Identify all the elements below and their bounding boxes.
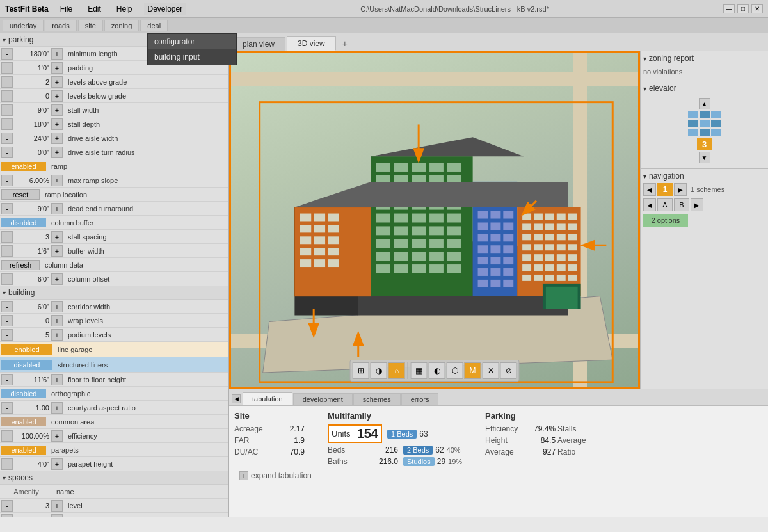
building-section-header[interactable]: ▾ building — [0, 286, 228, 300]
reset-btn-ramp-location[interactable]: reset — [1, 189, 40, 200]
nav-tab-roads[interactable]: roads — [45, 20, 77, 31]
line-garage-enabled-btn[interactable]: enabled — [1, 344, 52, 355]
tab-tabulation[interactable]: tabulation — [243, 392, 292, 405]
minus-btn-courtyard[interactable]: - — [1, 402, 13, 414]
plus-btn-minimum-length[interactable]: + — [51, 48, 63, 60]
tab-3d-view[interactable]: 3D view — [287, 36, 336, 51]
elevator-header[interactable]: ▾ elevator — [643, 84, 765, 93]
spaces-section-header[interactable]: ▾ spaces — [0, 471, 228, 485]
minus-btn-parapet-height[interactable]: - — [1, 458, 13, 470]
vt-grid-btn[interactable]: ⊞ — [353, 362, 369, 379]
elevator-up-btn[interactable]: ▲ — [699, 98, 710, 109]
status-column-buffer[interactable]: disabled — [1, 218, 46, 227]
minus-btn-minimum-length[interactable]: - — [1, 48, 13, 60]
minus-btn-wrap-levels[interactable]: - — [1, 315, 13, 326]
plus-btn-efficiency[interactable]: + — [51, 430, 63, 442]
plus-btn-level[interactable]: + — [51, 500, 63, 512]
plus-btn-levels-above[interactable]: + — [51, 76, 63, 88]
bottom-scroll-left[interactable]: ◀ — [232, 394, 241, 403]
tab-schemes[interactable]: schemes — [353, 393, 401, 405]
minus-btn-podium-levels[interactable]: - — [1, 329, 13, 341]
plus-btn-padding[interactable]: + — [51, 62, 63, 74]
param-row-parapets: enabled parapets — [0, 443, 228, 457]
nav-tab-zoning[interactable]: zoning — [104, 20, 139, 31]
minus-btn-column-offset[interactable]: - — [1, 273, 13, 285]
plus-btn-turn-radius[interactable]: + — [51, 147, 63, 158]
nav-tab-deal[interactable]: deal — [140, 20, 168, 31]
plus-btn-levels-tall[interactable]: + — [51, 514, 63, 517]
plus-btn-drive-aisle-width[interactable]: + — [51, 133, 63, 144]
minus-btn-levels-tall[interactable]: - — [1, 514, 13, 517]
plus-btn-max-ramp-slope[interactable]: + — [51, 175, 63, 186]
menu-edit[interactable]: Edit — [84, 3, 105, 15]
nav-tab-site[interactable]: site — [78, 20, 103, 31]
plus-btn-podium-levels[interactable]: + — [51, 329, 63, 341]
minus-btn-level[interactable]: - — [1, 500, 13, 512]
plus-btn-courtyard[interactable]: + — [51, 402, 63, 414]
menu-developer[interactable]: Developer — [144, 3, 187, 15]
status-common-area[interactable]: enabled — [1, 417, 46, 426]
minus-btn-levels-above[interactable]: - — [1, 76, 13, 88]
tab-errors[interactable]: errors — [401, 393, 439, 405]
minimize-button[interactable]: — — [723, 4, 735, 13]
plus-btn-parapet-height[interactable]: + — [51, 458, 63, 470]
refresh-btn-column-data[interactable]: refresh — [1, 260, 40, 270]
maximize-button[interactable]: □ — [737, 4, 749, 13]
minus-btn-buffer-width[interactable]: - — [1, 245, 13, 257]
minus-btn-stall-width[interactable]: - — [1, 104, 13, 116]
menu-help[interactable]: Help — [113, 3, 136, 15]
vt-hex-btn[interactable]: ⬡ — [447, 362, 463, 379]
tab-add-view[interactable]: + — [337, 36, 353, 51]
nav-schemes-prev-btn[interactable]: ◀ — [643, 183, 656, 196]
building-input-menu-item[interactable]: building input — [148, 49, 236, 65]
minus-btn-max-ramp-slope[interactable]: - — [1, 175, 13, 186]
navigation-header[interactable]: ▾ navigation — [643, 172, 765, 181]
configurator-menu-item[interactable]: configurator — [148, 34, 236, 49]
vt-close-btn[interactable]: ✕ — [483, 362, 499, 379]
tab-development[interactable]: development — [293, 393, 353, 405]
status-orthographic[interactable]: disabled — [1, 389, 46, 398]
plus-btn-buffer-width[interactable]: + — [51, 245, 63, 257]
tab-plan-view[interactable]: plan view — [232, 37, 285, 51]
plus-btn-stall-width[interactable]: + — [51, 104, 63, 116]
minus-btn-efficiency[interactable]: - — [1, 430, 13, 442]
minus-btn-dead-end[interactable]: - — [1, 203, 13, 214]
minus-btn-corridor-width[interactable]: - — [1, 301, 13, 312]
status-parapets[interactable]: enabled — [1, 446, 46, 455]
minus-btn-turn-radius[interactable]: - — [1, 147, 13, 158]
status-ramp[interactable]: enabled — [1, 162, 46, 171]
minus-btn-stall-spacing[interactable]: - — [1, 231, 13, 243]
plus-btn-corridor-width[interactable]: + — [51, 301, 63, 312]
vt-settings-btn[interactable]: ⊘ — [500, 362, 517, 379]
vt-layers-btn[interactable]: ▦ — [411, 362, 428, 379]
nav-ab-btn-b[interactable]: B — [674, 198, 689, 211]
vt-shading-btn[interactable]: ◑ — [371, 362, 387, 379]
nav-tab-underlay[interactable]: underlay — [3, 20, 44, 31]
minus-btn-stall-depth[interactable]: - — [1, 118, 13, 130]
elevator-down-btn[interactable]: ▼ — [699, 152, 710, 163]
nav-options-next-btn[interactable]: ▶ — [691, 198, 703, 211]
zoning-report-header[interactable]: ▾ zoning report — [643, 54, 765, 63]
minus-btn-padding[interactable]: - — [1, 62, 13, 74]
vt-perspective-btn[interactable]: ◐ — [429, 362, 445, 379]
plus-btn-column-offset[interactable]: + — [51, 273, 63, 285]
vt-building-btn[interactable]: ⌂ — [388, 362, 405, 379]
minus-btn-levels-below[interactable]: - — [1, 90, 13, 102]
nav-ab-btn-a[interactable]: A — [657, 198, 673, 211]
nav-options-count-btn[interactable]: 2 options — [643, 214, 688, 227]
vt-measure-btn[interactable]: M — [465, 362, 481, 379]
minus-btn-drive-aisle-width[interactable]: - — [1, 133, 13, 144]
plus-btn-dead-end[interactable]: + — [51, 203, 63, 214]
plus-btn-levels-below[interactable]: + — [51, 90, 63, 102]
minus-btn-floor-to-floor[interactable]: - — [1, 374, 13, 385]
close-button[interactable]: ✕ — [751, 4, 763, 13]
expand-tabulation-btn[interactable]: + expand tabulation — [234, 469, 763, 483]
plus-btn-stall-spacing[interactable]: + — [51, 231, 63, 243]
plus-btn-floor-to-floor[interactable]: + — [51, 374, 63, 385]
structured-liners-disabled-btn[interactable]: disabled — [1, 360, 52, 370]
plus-btn-stall-depth[interactable]: + — [51, 118, 63, 130]
plus-btn-wrap-levels[interactable]: + — [51, 315, 63, 326]
nav-options-prev-btn[interactable]: ◀ — [643, 198, 656, 211]
nav-schemes-next-btn[interactable]: ▶ — [674, 183, 687, 196]
menu-file[interactable]: File — [56, 3, 76, 15]
